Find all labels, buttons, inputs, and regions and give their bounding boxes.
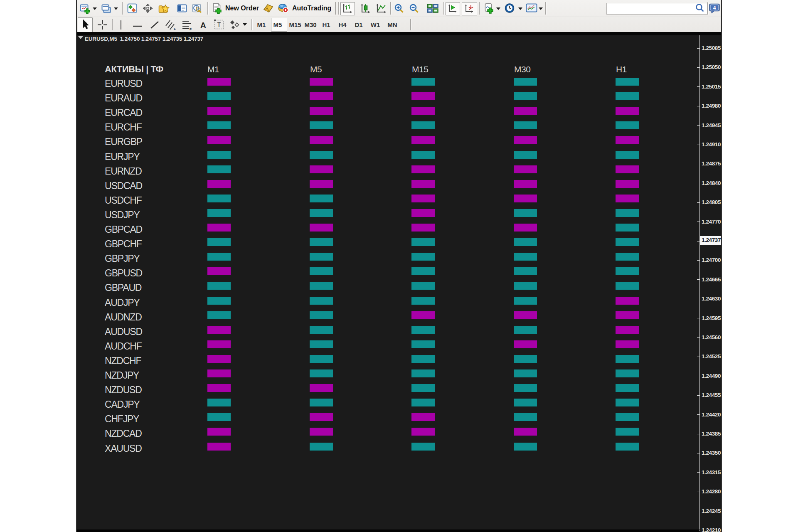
svg-text:F: F xyxy=(190,27,192,30)
svg-text:E: E xyxy=(174,27,176,30)
svg-text:T: T xyxy=(217,21,221,28)
svg-text:4: 4 xyxy=(713,5,716,11)
